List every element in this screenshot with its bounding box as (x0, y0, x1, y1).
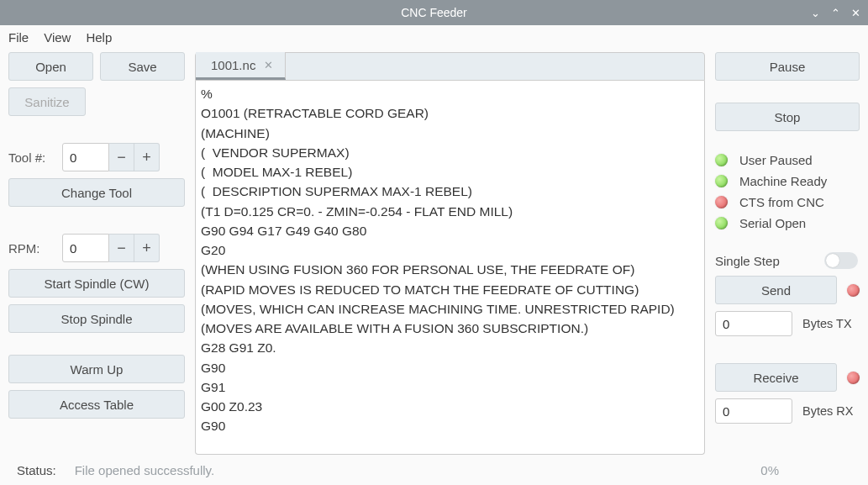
rpm-label: RPM: (8, 241, 55, 256)
stop-button[interactable]: Stop (715, 103, 860, 131)
tool-number-label: Tool #: (8, 150, 55, 165)
user-paused-label: User Paused (739, 153, 813, 167)
open-button[interactable]: Open (8, 52, 93, 81)
menubar: File View Help (0, 25, 868, 49)
tool-number-increment[interactable]: + (134, 143, 160, 171)
window-title: CNC Feeder (401, 6, 467, 19)
window-minimize-icon[interactable]: ⌄ (809, 7, 821, 19)
bytes-tx-input[interactable] (715, 311, 792, 336)
rpm-input[interactable] (62, 234, 109, 262)
window-maximize-icon[interactable]: ⌃ (829, 7, 841, 19)
status-label: Status: (17, 463, 56, 477)
machine-ready-led-icon (715, 175, 728, 187)
bytes-rx-label: Bytes RX (802, 404, 853, 418)
rpm-decrement[interactable]: − (109, 234, 134, 262)
cts-label: CTS from CNC (739, 195, 824, 209)
cts-led-icon (715, 196, 728, 208)
stop-spindle-button[interactable]: Stop Spindle (8, 304, 185, 333)
user-paused-led-icon (715, 154, 728, 166)
menu-view[interactable]: View (44, 30, 71, 45)
titlebar: CNC Feeder ⌄ ⌃ ✕ (0, 0, 868, 25)
tab-bar: 1001.nc ✕ (195, 52, 705, 81)
save-button[interactable]: Save (100, 52, 185, 81)
tab-close-icon[interactable]: ✕ (260, 59, 276, 71)
send-led-icon (847, 284, 860, 297)
serial-open-led-icon (715, 217, 728, 229)
window-close-icon[interactable]: ✕ (850, 7, 861, 19)
progress-percent: 0% (760, 463, 851, 477)
right-panel: Pause Stop User Paused Machine Ready CTS… (715, 52, 860, 455)
send-button[interactable]: Send (715, 276, 837, 304)
change-tool-button[interactable]: Change Tool (8, 178, 185, 207)
status-bar: Status: File opened successfully. 0% (0, 455, 868, 485)
access-table-button[interactable]: Access Table (8, 390, 185, 419)
tool-number-stepper: − + (62, 143, 185, 171)
status-message: File opened successfully. (75, 463, 214, 477)
single-step-toggle[interactable] (824, 252, 858, 269)
left-panel: Open Save Sanitize Tool #: − + Change To… (8, 52, 185, 455)
bytes-rx-input[interactable] (715, 398, 792, 424)
single-step-toggle-knob (826, 254, 839, 267)
pause-button[interactable]: Pause (715, 52, 860, 81)
gcode-editor[interactable]: % O1001 (RETRACTABLE CORD GEAR) (MACHINE… (195, 81, 705, 455)
receive-button[interactable]: Receive (715, 363, 837, 392)
tab-open-file[interactable]: 1001.nc ✕ (196, 52, 286, 80)
editor-panel: 1001.nc ✕ % O1001 (RETRACTABLE CORD GEAR… (195, 52, 705, 455)
warm-up-button[interactable]: Warm Up (8, 355, 185, 383)
tab-label: 1001.nc (211, 58, 255, 72)
start-spindle-button[interactable]: Start Spindle (CW) (8, 269, 185, 298)
bytes-tx-label: Bytes TX (802, 317, 852, 330)
menu-file[interactable]: File (8, 30, 29, 45)
serial-open-label: Serial Open (739, 216, 806, 230)
rpm-increment[interactable]: + (134, 234, 160, 262)
rpm-stepper: − + (62, 234, 185, 262)
tool-number-decrement[interactable]: − (109, 143, 134, 171)
receive-led-icon (847, 372, 860, 384)
tool-number-input[interactable] (62, 143, 109, 171)
window-controls: ⌄ ⌃ ✕ (809, 0, 861, 25)
machine-ready-label: Machine Ready (739, 174, 827, 188)
menu-help[interactable]: Help (86, 30, 112, 45)
single-step-label: Single Step (715, 254, 780, 268)
sanitize-button[interactable]: Sanitize (8, 87, 86, 116)
